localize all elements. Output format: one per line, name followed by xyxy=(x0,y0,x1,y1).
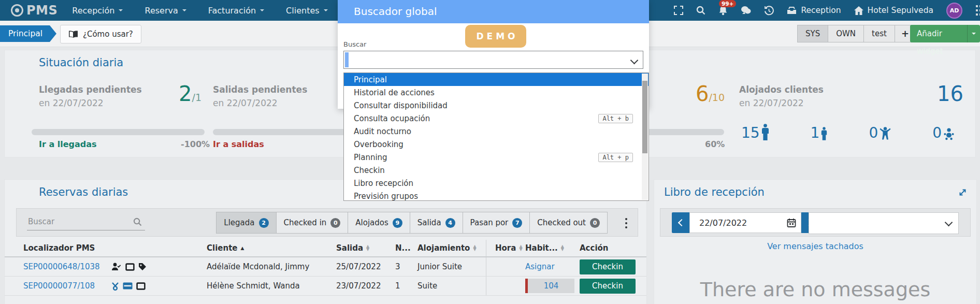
add-widget-button[interactable]: Añadir widget xyxy=(910,25,980,42)
bookings-table-header: Localizador PMSCliente▲Salida▲▼N...Aloja… xyxy=(5,240,646,257)
search-option-historial-de-acciones[interactable]: Historial de acciones xyxy=(344,86,648,99)
reception-toolbar: 22/07/2022 xyxy=(660,208,971,237)
chevron-down-icon xyxy=(972,33,976,35)
booking-locator-link[interactable]: SEP00000077/108 xyxy=(23,281,95,291)
hook-icon xyxy=(111,282,119,291)
tab-alojados[interactable]: Alojados 9 xyxy=(348,212,410,234)
column-header-salida[interactable]: Salida▲▼ xyxy=(336,243,395,253)
booking-flags xyxy=(111,282,207,291)
option-label: Consultar disponibilidad xyxy=(354,101,448,110)
search-option-consultar-disponibilidad[interactable]: Consultar disponibilidad xyxy=(344,99,648,112)
expand-icon[interactable] xyxy=(958,188,967,197)
buscar-label: Buscar xyxy=(343,40,366,48)
tab-pasan-por[interactable]: Pasan por 7 xyxy=(463,212,530,234)
column-header-localizadorpms: Localizador PMS xyxy=(23,243,207,253)
booking-locator-link[interactable]: SEP00000648/1038 xyxy=(23,262,100,271)
tab-count-badge: 7 xyxy=(512,218,522,228)
search-icon[interactable] xyxy=(696,6,705,15)
date-input[interactable]: 22/07/2022 xyxy=(689,212,801,233)
occupant-adult: 15 xyxy=(741,124,769,140)
nav-item-facturacin[interactable]: Facturación xyxy=(208,6,264,16)
user-avatar[interactable]: AD xyxy=(946,3,962,19)
daily-bookings-title: Reservas diarias xyxy=(39,186,128,198)
go-to-departures-link[interactable]: Ir a salidas xyxy=(213,139,264,149)
search-option-previsi-n-grupos[interactable]: Previsión grupos xyxy=(344,190,648,201)
how-to-use-button[interactable]: ¿Cómo usar? xyxy=(60,25,141,44)
card-llegadas-label: Llegadas pendientes xyxy=(39,84,142,95)
card-salidas-date: en 22/07/2022 xyxy=(213,98,278,108)
tab-label: Checked out xyxy=(537,218,586,227)
nav-item-clientes[interactable]: Clientes xyxy=(286,6,328,16)
text-cursor xyxy=(345,52,349,67)
column-label: N... xyxy=(395,243,411,253)
bookings-table-body: SEP00000648/1038 Adélaïde Mcdonald, Jimm… xyxy=(5,257,646,296)
hora-cell xyxy=(486,257,525,276)
fullscreen-icon[interactable] xyxy=(674,6,683,15)
no-messages-text: There are no messages xyxy=(654,278,976,301)
card-ocupacion-value: 6/10 xyxy=(696,83,725,108)
dashboard-tab-sys[interactable]: SYS xyxy=(797,25,828,42)
card-llegadas-date: en 22/07/2022 xyxy=(39,98,104,108)
view-deleted-messages-link[interactable]: Ver mensajes tachados xyxy=(654,241,976,251)
occupant-count: 1 xyxy=(811,126,820,140)
search-option-principal[interactable]: Principal xyxy=(344,73,648,86)
message-filter-select[interactable] xyxy=(809,212,959,234)
chat-icon[interactable] xyxy=(741,6,751,15)
add-widget-caret[interactable] xyxy=(967,25,980,42)
dashboard-tab-test[interactable]: test xyxy=(863,25,895,42)
app-root: { "navbar":{ "logo":"PMS", "menu":["Rece… xyxy=(0,0,980,304)
kebab-menu-icon[interactable] xyxy=(623,216,629,230)
prev-day-button[interactable] xyxy=(672,212,689,233)
search-option-overbooking[interactable]: Overbooking xyxy=(344,138,648,151)
search-option-libro-recepci-n[interactable]: Libro recepción xyxy=(344,177,648,190)
dashboard-tab-own[interactable]: OWN xyxy=(828,25,864,42)
bookings-search-input[interactable] xyxy=(27,214,126,226)
occupant-count: 15 xyxy=(741,126,760,140)
reception-context[interactable]: Reception xyxy=(787,6,841,15)
global-search-combobox[interactable] xyxy=(343,51,643,69)
notifications-bell-icon[interactable]: 99+ xyxy=(718,6,728,16)
checkin-button[interactable]: Checkin xyxy=(580,279,636,294)
column-label: Habit... xyxy=(525,243,558,253)
apps-grid-icon[interactable] xyxy=(975,5,980,16)
column-header-alojamiento[interactable]: Alojamiento▲▼ xyxy=(417,243,486,253)
nav-item-label: Clientes xyxy=(286,6,320,16)
go-to-arrivals-link[interactable]: Ir a llegadas xyxy=(39,139,97,149)
client-name: Hélène Schmidt, Wanda xyxy=(207,281,336,291)
dropdown-scrollbar[interactable] xyxy=(642,74,648,200)
daily-situation-title: Situación diaria xyxy=(39,56,123,69)
search-option-audit-nocturno[interactable]: Audit nocturno xyxy=(344,125,648,138)
room-number-chip[interactable]: 104 xyxy=(525,279,574,293)
nav-item-label: Facturación xyxy=(208,6,256,16)
history-icon[interactable] xyxy=(764,6,774,16)
assign-room-link[interactable]: Asignar xyxy=(525,262,555,271)
column-header-habit[interactable]: Habit...▲▼ xyxy=(525,243,580,253)
nav-item-recepcin[interactable]: Recepción xyxy=(72,6,123,16)
keyboard-shortcut-badge: Alt + p xyxy=(598,153,633,162)
search-option-consulta-ocupaci-n[interactable]: Consulta ocupaciónAlt + b xyxy=(344,112,648,125)
breadcrumb[interactable]: Principal xyxy=(0,25,50,42)
nav-item-reserva[interactable]: Reserva xyxy=(145,6,186,16)
tab-salida[interactable]: Salida 4 xyxy=(410,212,463,234)
chevron-down-icon xyxy=(630,56,639,65)
hotel-context[interactable]: Hotel Sepulveda xyxy=(854,6,933,15)
inbox-icon xyxy=(787,6,797,15)
tab-checked-out[interactable]: Checked out 0 xyxy=(529,212,608,234)
search-option-checkin[interactable]: Checkin xyxy=(344,164,648,177)
book-icon xyxy=(68,31,78,38)
pms-logo-text: PMS xyxy=(26,3,57,18)
column-header-hora[interactable]: Hora▲▼ xyxy=(486,240,525,256)
occupant-child: 0 xyxy=(869,126,891,140)
search-option-planning[interactable]: PlanningAlt + p xyxy=(344,151,648,164)
booking-row: SEP00000648/1038 Adélaïde Mcdonald, Jimm… xyxy=(5,257,646,277)
tab-checked-in[interactable]: Checked in 0 xyxy=(276,212,349,234)
scrollbar-thumb[interactable] xyxy=(642,81,647,153)
pms-logo[interactable]: PMS xyxy=(10,3,57,18)
booking-flags xyxy=(111,263,207,271)
occupant-adult-small: 1 xyxy=(811,126,828,140)
chevron-left-icon xyxy=(678,219,685,226)
tab-llegada[interactable]: Llegada 2 xyxy=(216,212,276,234)
column-header-cliente[interactable]: Cliente▲ xyxy=(207,243,336,253)
reception-label: Reception xyxy=(801,6,841,15)
checkin-button[interactable]: Checkin xyxy=(580,259,636,274)
